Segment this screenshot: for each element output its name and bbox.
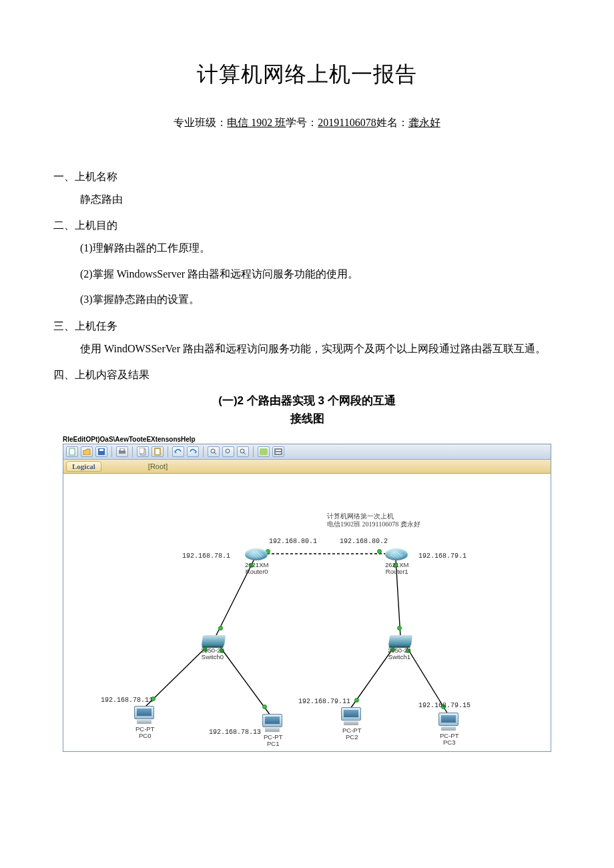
pc1-label: PC-PTPC1: [264, 734, 283, 748]
zoom-in-icon[interactable]: [208, 446, 220, 457]
zoom-out-icon[interactable]: [237, 446, 249, 457]
svg-rect-16: [276, 450, 281, 451]
router0-left-ip: 192.168.78.1: [182, 552, 230, 560]
zoom-reset-icon[interactable]: [222, 446, 234, 457]
note-line-1: 计算机网络第一次上机: [327, 512, 420, 521]
svg-rect-0: [69, 448, 75, 455]
logical-bar: Logical [Root]: [63, 460, 551, 474]
subsection-1-caption: 接线图: [53, 411, 561, 426]
options-icon[interactable]: [272, 446, 284, 457]
note-line-2: 电信1902班 20191106078 龚永好: [327, 520, 420, 529]
svg-rect-15: [274, 448, 282, 455]
new-file-icon[interactable]: [66, 446, 78, 457]
pc3-label: PC-PTPC3: [440, 733, 459, 747]
router0-label: 2621XMRouter0: [245, 562, 268, 576]
pc2-label: PC-PTPC2: [342, 727, 362, 741]
major-value: 电信 1902 班: [227, 117, 286, 128]
switch0-label: 2950-24Switch0: [201, 647, 224, 661]
copy-icon[interactable]: [137, 446, 149, 457]
link-dot: [354, 698, 359, 703]
switch1-icon[interactable]: [388, 635, 412, 646]
pc1-icon[interactable]: [262, 714, 282, 733]
pc2-ip: 192.168.79.11: [298, 698, 350, 705]
print-icon[interactable]: [116, 446, 128, 457]
pc3-icon[interactable]: [438, 713, 458, 731]
section-3-heading: 三、上机任务: [53, 320, 561, 334]
pc1-ip: 192.168.78.13: [209, 729, 261, 736]
app-menubar-text: RleEditOPt)OaS\AewTooteEXtensonsHelp: [63, 436, 561, 443]
link-dot: [262, 705, 267, 709]
svg-rect-8: [156, 449, 160, 454]
router0-right-ip: 192.168.80.1: [269, 538, 317, 545]
save-icon[interactable]: [95, 446, 107, 457]
svg-rect-17: [276, 452, 281, 454]
sid-label: 学号：: [286, 117, 318, 128]
svg-line-13: [244, 452, 246, 454]
packet-tracer-screenshot: Logical [Root] ⬚ ▭: [63, 444, 551, 752]
paste-icon[interactable]: [151, 446, 164, 457]
root-breadcrumb[interactable]: [Root]: [148, 462, 168, 470]
svg-line-10: [214, 452, 216, 454]
router1-icon[interactable]: [385, 548, 408, 560]
canvas-note: 计算机网络第一次上机 电信1902班 20191106078 龚永好: [327, 512, 420, 529]
app-toolbar: [63, 444, 551, 460]
router1-left-ip: 192.168.80.2: [340, 538, 388, 545]
pc0-icon[interactable]: [134, 706, 154, 725]
svg-rect-2: [99, 449, 103, 451]
pc3-ip: 192.168.79.15: [418, 702, 471, 709]
section-2-item-3: (3)掌握静态路由的设置。: [80, 290, 561, 310]
section-2-heading: 二、上机目的: [53, 219, 561, 233]
router1-label: 2621XMRouter1: [385, 562, 408, 576]
name-value: 龚永好: [408, 117, 440, 128]
svg-rect-14: [260, 448, 268, 455]
switch1-label: 2950-24Switch1: [388, 647, 411, 661]
link-dot: [218, 626, 223, 630]
sid-value: 20191106078: [318, 117, 376, 128]
palette-icon[interactable]: [258, 446, 270, 457]
page-title: 计算机网络上机一报告: [53, 60, 561, 89]
name-label: 姓名：: [376, 117, 408, 128]
svg-point-11: [226, 449, 230, 453]
section-3-body: 使用 WindOWSSerVer 路由器和远程访问服务功能，实现两个及两个以上网…: [53, 339, 561, 359]
section-1-body: 静态路由: [80, 189, 561, 209]
document-page: 计算机网络上机一报告 专业班级：电信 1902 班学号：20191106078姓…: [0, 0, 614, 779]
section-4-heading: 四、上机内容及结果: [53, 368, 561, 382]
switch0-icon[interactable]: [202, 635, 226, 646]
open-icon[interactable]: [81, 446, 93, 457]
logical-tab[interactable]: Logical: [66, 461, 101, 472]
major-label: 专业班级：: [174, 117, 227, 128]
pc2-icon[interactable]: [341, 707, 361, 726]
link-dot: [377, 549, 382, 554]
pc0-ip: 192.168.78.11: [101, 697, 153, 704]
redo-icon[interactable]: [187, 446, 199, 457]
router0-icon[interactable]: [245, 548, 268, 560]
pc0-label: PC-PTPC0: [135, 726, 155, 740]
topology-canvas[interactable]: 计算机网络第一次上机 电信1902班 20191106078 龚永好 2621X…: [63, 474, 551, 751]
section-1-heading: 一、上机名称: [53, 170, 561, 184]
svg-rect-4: [120, 448, 124, 451]
svg-rect-6: [139, 448, 144, 454]
router1-right-ip: 192.168.79.1: [418, 552, 467, 560]
undo-icon[interactable]: [172, 446, 184, 457]
section-2-item-2: (2)掌握 WindowsServer 路由器和远程访问服务功能的使用。: [80, 264, 561, 284]
byline: 专业班级：电信 1902 班学号：20191106078姓名：龚永好: [53, 116, 561, 130]
subsection-1-title: (一)2 个路由器实现 3 个网段的互通: [53, 393, 561, 408]
link-dot: [397, 626, 402, 630]
section-2-item-1: (1)理解路由器的工作原理。: [80, 238, 561, 258]
